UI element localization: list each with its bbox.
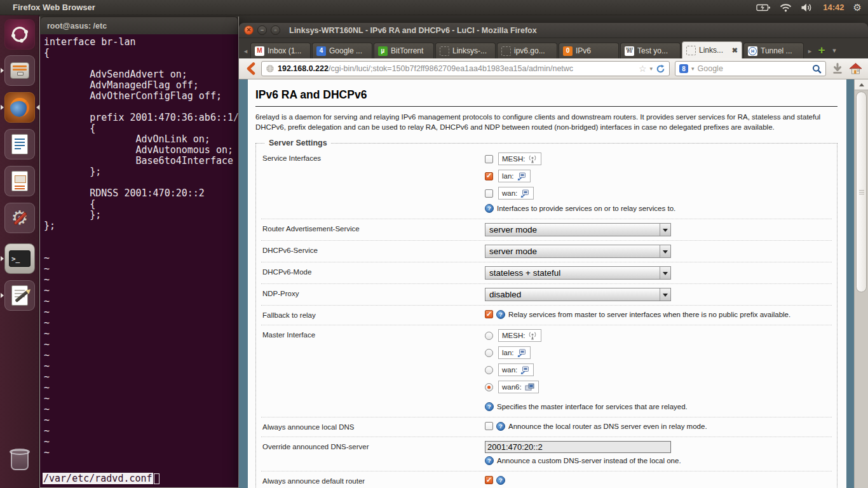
search-engine-dropdown-icon[interactable]: ▾: [691, 65, 695, 72]
tab-ipv6-google[interactable]: ipv6.go...: [497, 43, 557, 58]
signal-icon: [528, 332, 537, 340]
ipv6-favicon: [563, 46, 573, 56]
search-magnifier-icon[interactable]: [812, 64, 822, 74]
new-tab-button[interactable]: [815, 42, 829, 58]
section-legend: Server Settings: [265, 139, 331, 147]
wifi-icon[interactable]: [780, 3, 792, 12]
window-maximize-button[interactable]: [271, 25, 280, 35]
tab-google-calendar[interactable]: Google ...: [312, 43, 372, 58]
terminal-titlebar[interactable]: root@asus: /etc: [40, 17, 238, 34]
row-dhcpv6-mode: DHCPv6-Mode stateless + stateful: [261, 262, 832, 284]
launcher-item-system-settings[interactable]: ⚙: [4, 203, 35, 233]
window-close-button[interactable]: [244, 25, 254, 35]
default-favicon: [501, 46, 511, 56]
launcher-item-text-editor[interactable]: [4, 280, 35, 311]
browser-viewport: IPv6 RA and DHCPv6 6relayd is a daemon f…: [239, 79, 868, 488]
list-all-tabs-icon[interactable]: [829, 42, 840, 58]
dhcpv6-service-select[interactable]: server mode: [485, 245, 671, 258]
tab-ipv6[interactable]: IPv6: [559, 43, 619, 58]
radio-wan[interactable]: [485, 366, 493, 374]
battery-icon[interactable]: [756, 4, 771, 11]
session-menu-icon[interactable]: ⚙: [853, 3, 862, 12]
reload-icon[interactable]: [656, 64, 665, 74]
launcher-item-terminal[interactable]: >_: [4, 243, 35, 274]
tab-scroll-right-icon[interactable]: ▸: [805, 43, 815, 58]
focused-indicator: [36, 105, 39, 110]
download-icon[interactable]: [831, 62, 844, 75]
announce-default-router-checkbox[interactable]: [485, 476, 493, 484]
system-tray: 14:42 ⚙: [756, 3, 862, 12]
search-input[interactable]: [698, 64, 809, 73]
dns-server-input[interactable]: [485, 441, 671, 453]
search-bar[interactable]: ▾: [675, 61, 826, 76]
url-dropdown-icon[interactable]: ▾: [649, 65, 653, 72]
select-arrow-icon: [660, 267, 670, 279]
ndp-proxy-select[interactable]: disabled: [485, 288, 671, 301]
interface-badge-wan: wan:: [498, 187, 534, 200]
google-calendar-favicon: [316, 46, 326, 56]
launcher-item-libreoffice-writer[interactable]: [4, 129, 35, 159]
option-wan: wan:: [485, 363, 831, 376]
terminal-body[interactable]: interface br-lan { AdvSendAdvert on; Adv…: [40, 34, 238, 487]
terminal-status-line: /var/etc/radvd.conf: [43, 473, 153, 484]
bookmark-star-icon[interactable]: ☆: [639, 64, 647, 74]
ubuntu-dash-button[interactable]: [4, 19, 35, 50]
site-identity-globe-icon[interactable]: [266, 64, 275, 73]
window-minimize-button[interactable]: [257, 25, 267, 35]
terminal-content[interactable]: interface br-lan { AdvSendAdvert on; Adv…: [40, 34, 238, 458]
url-text[interactable]: 192.168.0.222/cgi-bin/luci/;stok=150b7f2…: [278, 64, 635, 73]
scrollbar-thumb[interactable]: [856, 92, 867, 292]
field-help: [485, 476, 831, 485]
tab-scroll-left-icon[interactable]: ◂: [241, 43, 250, 58]
back-button[interactable]: [245, 62, 256, 76]
tab-inbox[interactable]: Inbox (1...: [250, 43, 311, 58]
field-label: Always announce default router: [262, 475, 485, 487]
help-icon: [485, 402, 494, 411]
launcher-item-trash[interactable]: [4, 445, 35, 475]
fallback-relay-checkbox[interactable]: [485, 310, 493, 318]
home-icon[interactable]: [849, 63, 862, 74]
google-search-favicon[interactable]: [679, 64, 688, 73]
ra-service-select[interactable]: server mode: [485, 223, 671, 236]
radio-mesh[interactable]: [485, 332, 493, 340]
checkbox-mesh[interactable]: [485, 155, 493, 163]
row-service-interfaces: Service Interfaces MESH:: [261, 149, 832, 219]
option-lan: lan:: [485, 170, 831, 182]
libreoffice-writer-icon: [11, 134, 28, 154]
announce-local-dns-checkbox[interactable]: [485, 422, 493, 430]
tab-linksys[interactable]: Linksys-...: [435, 43, 496, 58]
tab-luci-active[interactable]: Links... ✖: [682, 41, 742, 58]
row-fallback-to-relay: Fallback to relay Relay services from ma…: [261, 306, 832, 325]
url-path: /cgi-bin/luci/;stok=150b7f2ff9862709ea1a…: [329, 64, 573, 73]
option-lan: lan:: [485, 346, 831, 359]
url-host: 192.168.0.222: [278, 64, 329, 73]
checkbox-lan[interactable]: [485, 172, 493, 180]
radio-lan[interactable]: [485, 349, 493, 357]
signal-icon: [528, 155, 537, 163]
field-label: Router Advertisement-Service: [262, 223, 485, 236]
select-arrow-icon: [660, 245, 670, 257]
field-label: Always announce local DNS: [262, 421, 485, 433]
tunnel-icon: [525, 383, 534, 391]
tab-test-ipv6[interactable]: Test yo...: [620, 43, 681, 58]
vertical-scrollbar[interactable]: [854, 79, 868, 488]
scrollbar-up-arrow[interactable]: [855, 79, 868, 90]
tab-bittorrent[interactable]: BitTorrent: [374, 43, 434, 58]
volume-icon[interactable]: [801, 3, 814, 12]
tab-close-icon[interactable]: ✖: [732, 46, 738, 55]
libreoffice-impress-icon: [11, 171, 28, 191]
running-indicator: [1, 256, 4, 261]
launcher-item-firefox[interactable]: [4, 92, 35, 123]
launcher-item-files[interactable]: [4, 55, 35, 86]
tab-tunnelbroker[interactable]: Tunnel ...: [743, 43, 804, 58]
firefox-titlebar[interactable]: Linksys-WRT160NL - IPv6 RA and DHCPv6 - …: [239, 23, 868, 38]
url-bar[interactable]: 192.168.0.222/cgi-bin/luci/;stok=150b7f2…: [261, 61, 670, 76]
checkbox-wan[interactable]: [485, 189, 493, 198]
radio-wan6[interactable]: [485, 383, 493, 391]
menubar-clock[interactable]: 14:42: [823, 3, 844, 12]
terminal-status-bar: /var/etc/radvd.conf: [43, 473, 159, 484]
field-help: Announce the local router as DNS server …: [485, 422, 831, 431]
dhcpv6-mode-select[interactable]: stateless + stateful: [485, 266, 671, 280]
ethernet-icon: [517, 349, 526, 357]
launcher-item-libreoffice-impress[interactable]: [4, 166, 35, 196]
